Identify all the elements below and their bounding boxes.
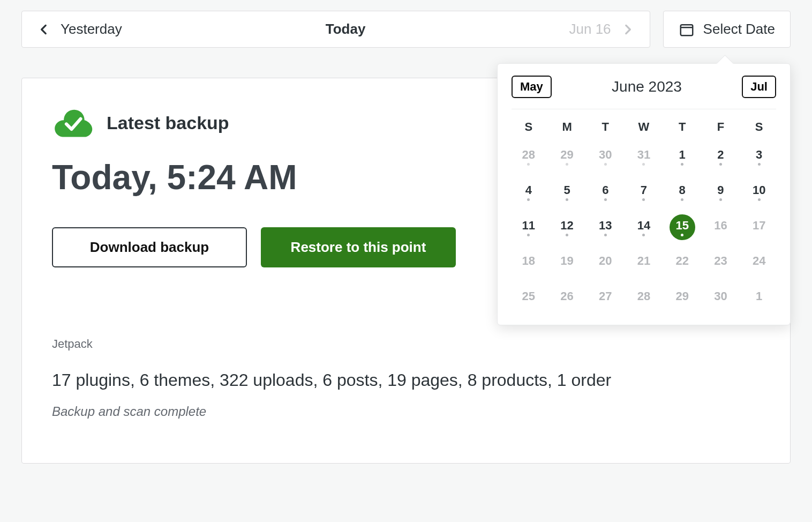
calendar-day[interactable]: 3: [746, 144, 772, 169]
calendar-day: 22: [670, 250, 695, 275]
calendar-day[interactable]: 13: [592, 214, 618, 240]
calendar-day: 27: [592, 285, 618, 311]
calendar-day[interactable]: 5: [554, 179, 580, 205]
calendar-day: 28: [631, 285, 657, 311]
backup-status-text: Backup and scan complete: [52, 404, 760, 419]
calendar-dow: W: [638, 120, 650, 134]
calendar-day: 16: [708, 214, 733, 240]
calendar-dow: T: [602, 120, 609, 134]
calendar-day[interactable]: 10: [746, 179, 772, 205]
calendar-day: 18: [516, 250, 542, 275]
calendar-day: 31: [631, 144, 657, 169]
calendar-day: 30: [708, 285, 733, 311]
calendar-dow: F: [717, 120, 724, 134]
latest-backup-label: Latest backup: [107, 113, 229, 133]
site-name-label: Jetpack: [52, 337, 760, 351]
calendar-day[interactable]: 1: [670, 144, 695, 169]
calendar-header: May June 2023 Jul: [512, 76, 776, 109]
select-date-button[interactable]: Select Date: [663, 11, 791, 48]
calendar-day: 17: [746, 214, 772, 240]
next-month-button[interactable]: Jul: [742, 76, 776, 98]
prev-day-button[interactable]: Yesterday: [37, 21, 122, 38]
calendar-popover: May June 2023 Jul SMTWTFS282930311234567…: [497, 63, 791, 325]
backup-summary: 17 plugins, 6 themes, 322 uploads, 6 pos…: [52, 370, 760, 390]
calendar-dow: S: [525, 120, 533, 134]
calendar-day[interactable]: 8: [670, 179, 695, 205]
calendar-day[interactable]: 9: [708, 179, 733, 205]
calendar-day[interactable]: 4: [516, 179, 542, 205]
svg-rect-0: [680, 25, 693, 35]
download-backup-button[interactable]: Download backup: [52, 227, 247, 267]
day-navigator: Yesterday Today Jun 16: [21, 11, 650, 48]
calendar-day: 29: [554, 144, 580, 169]
calendar-day[interactable]: 2: [708, 144, 733, 169]
calendar-dow: T: [679, 120, 686, 134]
calendar-month-label: June 2023: [612, 78, 682, 95]
calendar-day[interactable]: 12: [554, 214, 580, 240]
calendar-day: 24: [746, 250, 772, 275]
calendar-day: 20: [592, 250, 618, 275]
calendar-day: 28: [516, 144, 542, 169]
calendar-day[interactable]: 14: [631, 214, 657, 240]
calendar-day: 23: [708, 250, 733, 275]
calendar-day: 19: [554, 250, 580, 275]
calendar-day[interactable]: 11: [516, 214, 542, 240]
calendar-day: 29: [670, 285, 695, 311]
chevron-left-icon: [37, 23, 51, 36]
select-date-label: Select Date: [703, 21, 775, 38]
calendar-icon: [679, 21, 695, 38]
calendar-day: 1: [746, 285, 772, 311]
calendar-day: 21: [631, 250, 657, 275]
prev-month-button[interactable]: May: [512, 76, 552, 98]
current-day-label: Today: [326, 21, 366, 38]
calendar-day: 30: [592, 144, 618, 169]
calendar-day: 26: [554, 285, 580, 311]
chevron-right-icon: [621, 23, 635, 36]
calendar-grid: SMTWTFS282930311234567891011121314151617…: [512, 120, 776, 311]
calendar-dow: M: [562, 120, 572, 134]
next-day-label: Jun 16: [569, 21, 611, 38]
calendar-day: 25: [516, 285, 542, 311]
calendar-dow: S: [755, 120, 763, 134]
calendar-day-selected[interactable]: 15: [670, 214, 695, 240]
calendar-day[interactable]: 7: [631, 179, 657, 205]
restore-button[interactable]: Restore to this point: [261, 227, 456, 267]
prev-day-label: Yesterday: [61, 21, 122, 38]
calendar-day[interactable]: 6: [592, 179, 618, 205]
date-nav-bar: Yesterday Today Jun 16 Select Date: [21, 11, 791, 48]
next-day-button: Jun 16: [569, 21, 635, 38]
cloud-check-icon: [52, 107, 94, 138]
